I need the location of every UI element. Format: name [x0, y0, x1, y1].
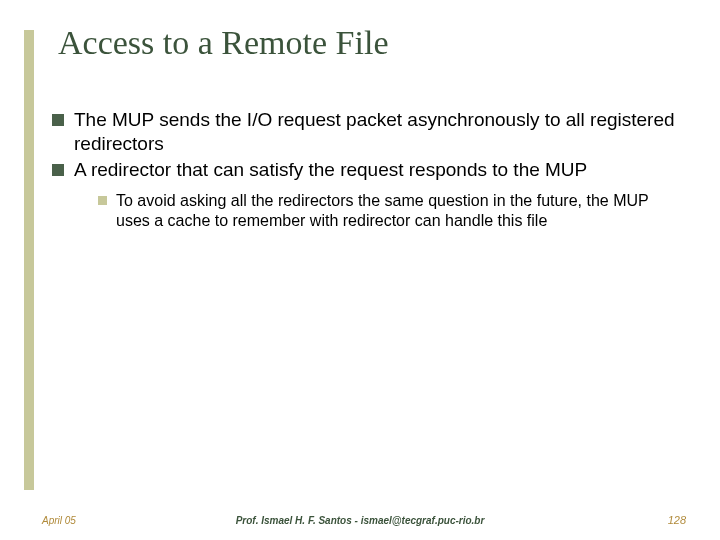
bullet-item: The MUP sends the I/O request packet asy… [52, 108, 678, 156]
footer-page-number: 128 [668, 514, 686, 526]
bullet-text: A redirector that can satisfy the reques… [74, 158, 678, 182]
sub-bullet-group: To avoid asking all the redirectors the … [98, 191, 678, 231]
sub-bullet-text: To avoid asking all the redirectors the … [116, 191, 678, 231]
slide-body: The MUP sends the I/O request packet asy… [52, 108, 678, 231]
bullet-text: The MUP sends the I/O request packet asy… [74, 108, 678, 156]
square-bullet-icon [52, 114, 64, 126]
accent-bar [24, 30, 34, 490]
bullet-item: A redirector that can satisfy the reques… [52, 158, 678, 182]
square-bullet-icon [98, 196, 107, 205]
slide-footer: April 05 Prof. Ismael H. F. Santos - ism… [0, 506, 720, 526]
sub-bullet-item: To avoid asking all the redirectors the … [98, 191, 678, 231]
slide: Access to a Remote File The MUP sends th… [0, 0, 720, 540]
slide-title: Access to a Remote File [58, 24, 388, 62]
square-bullet-icon [52, 164, 64, 176]
footer-author: Prof. Ismael H. F. Santos - ismael@tecgr… [0, 515, 720, 526]
